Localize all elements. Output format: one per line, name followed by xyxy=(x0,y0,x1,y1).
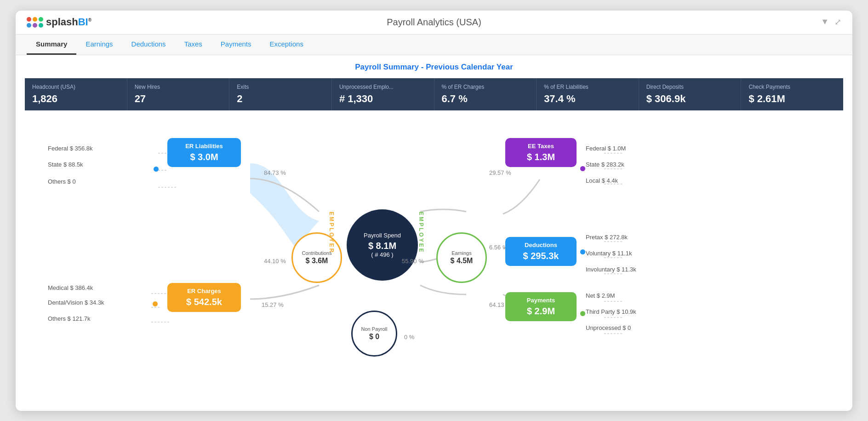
kpi-er-charges-pct: % of ER Charges 6.7 % xyxy=(434,78,537,110)
tab-exceptions[interactable]: Exceptions xyxy=(261,35,313,55)
kpi-unprocessed-value: # 1,330 xyxy=(339,93,427,105)
kpi-er-liabilities-pct-value: 37.4 % xyxy=(544,93,631,105)
dot-dental-er-charges xyxy=(153,301,158,306)
label-federal-er-liabilities: Federal $ 356.8k xyxy=(48,145,93,152)
label-others-er-liabilities: Others $ 0 xyxy=(48,178,76,185)
logo-dot-blue xyxy=(27,23,31,28)
node-contributions-label: Contributions xyxy=(302,250,332,256)
label-thirdparty-payments: Third Party $ 10.9k xyxy=(586,308,636,315)
logo-dot-green xyxy=(39,17,43,22)
node-ee-taxes-value: $ 1.3M xyxy=(514,152,568,162)
node-ee-taxes-label: EE Taxes xyxy=(514,143,568,150)
kpi-er-liabilities-pct-label: % of ER Liabilities xyxy=(544,84,631,90)
kpi-exits-value: 2 xyxy=(237,93,324,105)
logo-dot-orange xyxy=(33,17,37,22)
label-state-er-liabilities: State $ 88.5k xyxy=(48,161,83,168)
employee-label: EMPLOYEE xyxy=(418,212,424,254)
pct-non-payroll: 0 % xyxy=(404,334,414,340)
sankey-connectors xyxy=(25,120,843,359)
filter-icon[interactable]: ▼ xyxy=(821,17,829,27)
node-non-payroll-label: Non Payroll xyxy=(361,326,388,332)
pct-earnings: 55.90 % xyxy=(402,258,424,265)
kpi-newhires-value: 27 xyxy=(135,93,222,105)
logo: splashBI® xyxy=(27,16,91,28)
logo-text: splashBI® xyxy=(46,16,91,28)
employer-label: EMPLOYER xyxy=(328,212,335,254)
kpi-check-payments-value: $ 2.61M xyxy=(748,93,836,105)
kpi-headcount: Headcount (USA) 1,826 xyxy=(25,78,127,110)
tab-taxes[interactable]: Taxes xyxy=(175,35,211,55)
node-payments-value: $ 2.9M xyxy=(514,306,568,317)
kpi-unprocessed: Unprocessed Emplo... # 1,330 xyxy=(332,78,434,110)
node-er-charges[interactable]: ER Charges $ 542.5k xyxy=(167,283,241,312)
expand-icon[interactable]: ⤢ xyxy=(834,17,841,27)
kpi-newhires-label: New Hires xyxy=(135,84,222,90)
node-earnings[interactable]: Earnings $ 4.5M xyxy=(436,232,487,283)
label-involuntary-deductions: Involuntary $ 11.3k xyxy=(586,266,636,273)
dot-state-ee-taxes xyxy=(580,166,585,171)
kpi-er-charges-pct-label: % of ER Charges xyxy=(442,84,529,90)
node-er-liabilities-label: ER Liabilities xyxy=(176,143,233,150)
kpi-headcount-label: Headcount (USA) xyxy=(32,84,120,90)
label-unprocessed-payments: Unprocessed $ 0 xyxy=(586,324,631,331)
node-contributions-value: $ 3.6M xyxy=(306,257,328,265)
kpi-row: Headcount (USA) 1,826 New Hires 27 Exits… xyxy=(25,78,843,110)
pct-ee-taxes: 29.57 % xyxy=(489,169,511,176)
logo-dots xyxy=(27,17,43,28)
kpi-check-payments: Check Payments $ 2.61M xyxy=(741,78,843,110)
pct-er-liabilities: 84.73 % xyxy=(264,169,286,176)
dot-voluntary-deductions xyxy=(580,249,585,254)
dot-thirdparty-payments xyxy=(580,311,585,316)
tab-bar: Summary Earnings Deductions Taxes Paymen… xyxy=(16,35,852,55)
kpi-er-liabilities-pct: % of ER Liabilities 37.4 % xyxy=(537,78,639,110)
node-payments[interactable]: Payments $ 2.9M xyxy=(505,292,577,321)
node-deductions-label: Deductions xyxy=(514,242,568,248)
dot-state-er-liabilities xyxy=(154,167,159,172)
kpi-exits-label: Exits xyxy=(237,84,324,90)
node-payments-label: Payments xyxy=(514,297,568,304)
node-earnings-label: Earnings xyxy=(451,250,471,256)
node-center-value: $ 8.1M xyxy=(368,241,396,251)
header: splashBI® Payroll Analytics (USA) ▼ ⤢ xyxy=(16,11,852,35)
label-local-ee-taxes: Local $ 4.4k xyxy=(586,177,618,184)
node-center-label: Payroll Spend xyxy=(364,232,401,239)
node-deductions-value: $ 295.3k xyxy=(514,251,568,261)
app-window: splashBI® Payroll Analytics (USA) ▼ ⤢ Su… xyxy=(16,11,852,411)
kpi-headcount-value: 1,826 xyxy=(32,93,120,105)
tab-earnings[interactable]: Earnings xyxy=(76,35,122,55)
label-federal-ee-taxes: Federal $ 1.0M xyxy=(586,145,626,152)
logo-dot-purple xyxy=(33,23,37,28)
kpi-direct-deposits: Direct Deposits $ 306.9k xyxy=(639,78,742,110)
kpi-newhires: New Hires 27 xyxy=(127,78,230,110)
node-deductions[interactable]: Deductions $ 295.3k xyxy=(505,237,577,266)
node-non-payroll[interactable]: Non Payroll $ 0 xyxy=(351,311,397,357)
kpi-direct-deposits-label: Direct Deposits xyxy=(646,84,734,90)
pct-er-charges: 15.27 % xyxy=(262,301,284,308)
label-voluntary-deductions: Voluntary $ 11.1k xyxy=(586,250,632,257)
node-er-charges-label: ER Charges xyxy=(176,288,233,294)
kpi-direct-deposits-value: $ 306.9k xyxy=(646,93,734,105)
kpi-er-charges-pct-value: 6.7 % xyxy=(442,93,529,105)
label-dental-er-charges: Dental/Vision $ 34.3k xyxy=(48,299,104,306)
sankey-diagram: Federal $ 356.8k State $ 88.5k Others $ … xyxy=(25,120,843,359)
main-content: Payroll Summary - Previous Calendar Year… xyxy=(16,55,852,366)
label-others-er-charges: Others $ 121.7k xyxy=(48,315,91,322)
node-non-payroll-value: $ 0 xyxy=(369,333,379,341)
tab-summary[interactable]: Summary xyxy=(27,35,76,55)
node-er-liabilities[interactable]: ER Liabilities $ 3.0M xyxy=(167,138,241,167)
node-center[interactable]: Payroll Spend $ 8.1M ( # 496 ) xyxy=(347,209,418,281)
kpi-check-payments-label: Check Payments xyxy=(748,84,836,90)
section-title: Payroll Summary - Previous Calendar Year xyxy=(25,63,843,72)
label-medical-er-charges: Medical $ 386.4k xyxy=(48,284,93,291)
tab-deductions[interactable]: Deductions xyxy=(122,35,175,55)
node-ee-taxes[interactable]: EE Taxes $ 1.3M xyxy=(505,138,577,167)
label-pretax-deductions: Pretax $ 272.8k xyxy=(586,234,628,241)
node-er-charges-value: $ 542.5k xyxy=(176,297,233,307)
logo-dot-teal xyxy=(39,23,43,28)
label-state-ee-taxes: State $ 283.2k xyxy=(586,161,624,168)
tab-payments[interactable]: Payments xyxy=(211,35,261,55)
header-icons: ▼ ⤢ xyxy=(821,17,841,27)
node-center-sub: ( # 496 ) xyxy=(371,251,393,258)
node-earnings-value: $ 4.5M xyxy=(451,257,473,265)
header-title: Payroll Analytics (USA) xyxy=(387,17,481,28)
